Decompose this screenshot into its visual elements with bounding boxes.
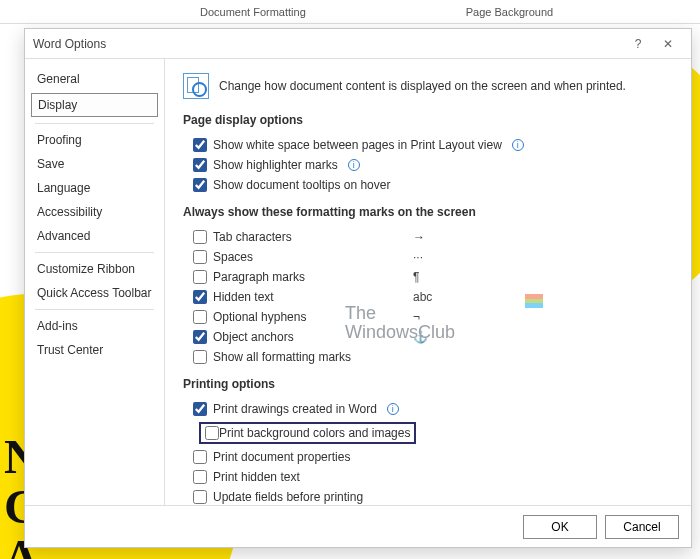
- sidebar-item-trust-center[interactable]: Trust Center: [25, 338, 164, 362]
- intro-text: Change how document content is displayed…: [219, 79, 626, 93]
- option-label: Print drawings created in Word: [213, 402, 377, 416]
- sidebar-item-proofing[interactable]: Proofing: [25, 128, 164, 152]
- option-row: Optional hyphens¬: [183, 307, 673, 327]
- info-icon[interactable]: i: [348, 159, 360, 171]
- formatting-mark-symbol: abc: [413, 290, 443, 304]
- formatting-mark-symbol: ¶: [413, 270, 443, 284]
- option-label: Show all formatting marks: [213, 350, 351, 364]
- intro-row: Change how document content is displayed…: [183, 73, 673, 99]
- help-button[interactable]: ?: [623, 37, 653, 51]
- option-checkbox[interactable]: [193, 250, 207, 264]
- cancel-button[interactable]: Cancel: [605, 515, 679, 539]
- sidebar-item-quick-access-toolbar[interactable]: Quick Access Toolbar: [25, 281, 164, 305]
- option-checkbox[interactable]: [193, 350, 207, 364]
- option-label: Update fields before printing: [213, 490, 363, 504]
- option-checkbox[interactable]: [193, 490, 207, 504]
- close-button[interactable]: ✕: [653, 37, 683, 51]
- option-row: Object anchors⚓: [183, 327, 673, 347]
- ribbon-group-label: Document Formatting: [200, 6, 306, 18]
- option-checkbox[interactable]: [193, 178, 207, 192]
- option-label: Show highlighter marks: [213, 158, 338, 172]
- sidebar-separator: [35, 123, 154, 124]
- dialog-titlebar: Word Options ? ✕: [25, 29, 691, 59]
- option-checkbox[interactable]: [193, 158, 207, 172]
- option-checkbox[interactable]: [205, 426, 219, 440]
- option-row: Spaces···: [183, 247, 673, 267]
- dialog-footer: OK Cancel: [25, 505, 691, 547]
- option-checkbox[interactable]: [193, 330, 207, 344]
- sidebar-item-display[interactable]: Display: [31, 93, 158, 117]
- option-label: Show white space between pages in Print …: [213, 138, 502, 152]
- option-row: Update fields before printing: [183, 487, 673, 505]
- option-checkbox[interactable]: [193, 270, 207, 284]
- option-row: Show white space between pages in Print …: [183, 135, 673, 155]
- formatting-mark-symbol: ¬: [413, 310, 443, 324]
- sidebar-item-save[interactable]: Save: [25, 152, 164, 176]
- highlighted-option: Print background colors and images: [199, 422, 416, 444]
- option-checkbox[interactable]: [193, 310, 207, 324]
- ribbon-group-label: Page Background: [466, 6, 553, 18]
- dialog-title: Word Options: [33, 37, 623, 51]
- option-label: Print hidden text: [213, 470, 300, 484]
- option-row: Show document tooltips on hover: [183, 175, 673, 195]
- formatting-mark-symbol: →: [413, 230, 443, 244]
- option-label: Object anchors: [213, 330, 294, 344]
- info-icon[interactable]: i: [512, 139, 524, 151]
- sidebar-item-add-ins[interactable]: Add-ins: [25, 314, 164, 338]
- option-checkbox[interactable]: [193, 402, 207, 416]
- sidebar-item-general[interactable]: General: [25, 67, 164, 91]
- ribbon: Document Formatting Page Background: [0, 0, 700, 24]
- option-label: Print background colors and images: [219, 426, 410, 440]
- option-row: Show highlighter marksi: [183, 155, 673, 175]
- option-row: Hidden textabc: [183, 287, 673, 307]
- option-label: Spaces: [213, 250, 253, 264]
- option-checkbox[interactable]: [193, 138, 207, 152]
- option-label: Optional hyphens: [213, 310, 306, 324]
- sidebar-item-accessibility[interactable]: Accessibility: [25, 200, 164, 224]
- option-label: Paragraph marks: [213, 270, 305, 284]
- option-label: Show document tooltips on hover: [213, 178, 390, 192]
- option-row: Paragraph marks¶: [183, 267, 673, 287]
- sidebar-item-advanced[interactable]: Advanced: [25, 224, 164, 248]
- option-row: Print background colors and images: [183, 419, 673, 447]
- section-title: Printing options: [183, 377, 673, 391]
- display-options-icon: [183, 73, 209, 99]
- sidebar-separator: [35, 309, 154, 310]
- option-row: Print hidden text: [183, 467, 673, 487]
- option-label: Print document properties: [213, 450, 350, 464]
- option-label: Tab characters: [213, 230, 292, 244]
- option-row: Print document properties: [183, 447, 673, 467]
- sidebar-item-language[interactable]: Language: [25, 176, 164, 200]
- word-options-dialog: Word Options ? ✕ GeneralDisplayProofingS…: [24, 28, 692, 548]
- ok-button[interactable]: OK: [523, 515, 597, 539]
- option-checkbox[interactable]: [193, 230, 207, 244]
- option-checkbox[interactable]: [193, 470, 207, 484]
- options-content-display: Change how document content is displayed…: [165, 59, 691, 505]
- option-row: Print drawings created in Wordi: [183, 399, 673, 419]
- info-icon[interactable]: i: [387, 403, 399, 415]
- option-checkbox[interactable]: [193, 450, 207, 464]
- formatting-mark-symbol: ···: [413, 250, 443, 264]
- sidebar-separator: [35, 252, 154, 253]
- option-checkbox[interactable]: [193, 290, 207, 304]
- option-label: Hidden text: [213, 290, 274, 304]
- formatting-mark-symbol: ⚓: [413, 330, 443, 344]
- section-title: Page display options: [183, 113, 673, 127]
- sidebar-item-customize-ribbon[interactable]: Customize Ribbon: [25, 257, 164, 281]
- section-title: Always show these formatting marks on th…: [183, 205, 673, 219]
- option-row: Tab characters→: [183, 227, 673, 247]
- option-row: Show all formatting marks: [183, 347, 673, 367]
- options-sidebar: GeneralDisplayProofingSaveLanguageAccess…: [25, 59, 165, 505]
